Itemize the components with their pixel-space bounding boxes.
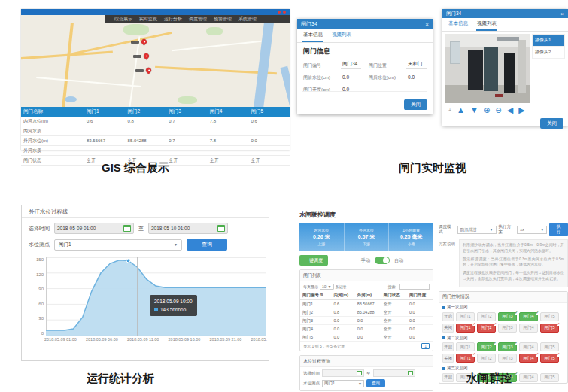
plan-select[interactable]: xx▼ — [517, 226, 547, 234]
zoom-in-icon[interactable]: ⊕ — [484, 107, 490, 114]
gate-chip[interactable]: 闸门3 — [498, 312, 517, 321]
row-label: 内河水位(m) — [21, 117, 84, 126]
user-icon[interactable] — [278, 11, 281, 14]
nav-item-warning[interactable]: 预警管理 — [214, 16, 232, 23]
camera-list-item-2[interactable]: 摄像头2 — [533, 47, 564, 59]
camera-video-feed[interactable] — [445, 34, 530, 103]
gate-location-input[interactable]: 天和门 — [406, 60, 427, 69]
ptz-controls: + ▲ ▼ ⊕ ⊖ ◀ ▶ — [442, 103, 568, 115]
tab-video-list[interactable]: 视频列表 — [331, 29, 352, 42]
chart-plot-area[interactable]: 2018.05.09 10:00 143.566666 — [46, 257, 266, 336]
page-size-select[interactable]: 10▼ — [320, 284, 334, 290]
search-input[interactable] — [399, 284, 430, 290]
zoom-out-icon[interactable]: ⊖ — [495, 107, 501, 114]
pagination-page-1[interactable]: 1 — [421, 343, 430, 349]
camera-list-item-1[interactable]: 摄像头1 — [533, 35, 564, 47]
time-label: 选择时间 — [303, 371, 320, 376]
map-marker-icon[interactable] — [141, 38, 148, 46]
table-row[interactable]: 闸门30.0 0.0全开 0.0 — [300, 317, 433, 325]
gate-chip[interactable]: 闸门4 — [519, 312, 538, 321]
table-row[interactable]: 闸门50.0 0.0全开 0.0 — [300, 333, 433, 342]
point-select[interactable]: 闸门1 ▼ — [54, 239, 182, 251]
close-icon[interactable]: × — [425, 21, 429, 28]
nav-item-dispatch[interactable]: 调度管理 — [189, 16, 207, 23]
dialog-title: 闸门34 — [446, 11, 461, 17]
gate-chip[interactable]: 闸门3 — [498, 324, 517, 333]
execute-button[interactable]: 执行 — [549, 223, 568, 236]
sort-icon[interactable]: ⇅ — [320, 293, 324, 297]
downstream-level-input[interactable]: 0.0 — [406, 74, 427, 81]
gate-chip[interactable]: 闸门2 — [477, 354, 496, 363]
cell — [166, 146, 208, 156]
gate-chip[interactable]: 闸门1 — [456, 342, 475, 351]
batch-3-title: 第三次启闭 — [439, 364, 567, 372]
gate-chip[interactable]: 闸门5 — [540, 312, 559, 321]
caption-group-control: 水闸群控 — [399, 372, 568, 386]
tab-basic-info[interactable]: 基本信息 — [302, 29, 323, 42]
col-opening: 闸门开度 — [407, 291, 433, 300]
gate-chip[interactable]: 闸门3 — [498, 342, 517, 351]
table-row[interactable]: 闸门20.8 85.04288全开 0.0 — [300, 308, 433, 317]
table-row[interactable]: 闸门10.6 83.56667全开 0.0 — [300, 300, 433, 308]
close-icon[interactable]: × — [560, 11, 564, 17]
dialog-titlebar[interactable]: 闸门34 × — [297, 19, 433, 29]
logout-icon[interactable] — [283, 11, 286, 14]
gate-chip[interactable]: 闸门3 — [498, 354, 517, 363]
calendar-icon[interactable] — [357, 371, 362, 375]
gate-chip[interactable]: 闸门4 — [519, 342, 538, 351]
calendar-icon[interactable] — [123, 225, 131, 232]
calendar-icon[interactable] — [217, 225, 225, 232]
gate-id-input[interactable]: 闸门34 — [341, 60, 361, 69]
cell: 0.7 — [166, 136, 208, 146]
gate-chip[interactable]: 闸门2 — [477, 342, 496, 351]
time-label: 选择时间 — [29, 225, 50, 232]
gis-map[interactable] — [21, 23, 290, 107]
col-gate-4: 闸门4 — [208, 107, 249, 117]
page-size-suffix: 条记录 — [336, 284, 347, 289]
nav-item-analysis[interactable]: 运行分析 — [164, 16, 182, 23]
mode-toggle[interactable] — [375, 257, 390, 264]
time-to-input[interactable]: 2018-05-10 01:00 — [148, 223, 228, 234]
gate-chip[interactable]: 闸门5 — [540, 354, 559, 363]
cell — [208, 126, 249, 136]
nav-item-monitor[interactable]: 实时监视 — [139, 16, 157, 23]
nav-item-system[interactable]: 系统管理 — [238, 16, 257, 23]
query-button[interactable]: 查询 — [366, 379, 385, 387]
gate-chip[interactable]: 闸门1 — [456, 312, 475, 321]
time-from-input[interactable] — [322, 369, 364, 377]
map-marker-icon[interactable] — [143, 53, 150, 60]
gate-chip[interactable]: 闸门1 — [456, 324, 475, 333]
ptz-right-icon[interactable]: ▶ — [518, 106, 524, 114]
gate-chip[interactable]: 闸门4 — [519, 324, 538, 333]
ptz-up-icon[interactable]: ▲ — [457, 106, 465, 114]
table-row[interactable]: 闸门40.0 0.0全开 0.0 — [300, 325, 433, 333]
tab-video-list[interactable]: 视频列表 — [476, 18, 497, 31]
ptz-left-icon[interactable]: ◀ — [507, 106, 513, 114]
cell — [248, 146, 290, 156]
point-select[interactable]: 闸门1▼ — [322, 380, 364, 387]
ptz-speed-icon[interactable]: + — [448, 108, 451, 113]
upstream-level-input[interactable]: 0.0 — [341, 74, 361, 81]
sort-col-gate-id[interactable]: 闸门编号 ⇅ — [300, 291, 332, 300]
banner-stat-inner-level: 内河水位 0.26 米 上游 — [299, 223, 345, 251]
close-button[interactable]: 关闭 — [540, 118, 563, 129]
query-button[interactable]: 查询 — [187, 239, 227, 251]
tab-basic-info[interactable]: 基本信息 — [448, 18, 469, 31]
gate-chip[interactable]: 闸门5 — [540, 342, 559, 351]
gate-chip[interactable]: 闸门1 — [456, 354, 475, 363]
gate-chip[interactable]: 闸门4 — [519, 354, 538, 363]
dialog-titlebar[interactable]: 闸门34 × — [442, 9, 568, 18]
record-count-text: 显示 1 到 5，共 5 条记录 — [303, 344, 345, 348]
mode-select[interactable]: 防汛排涝▼ — [457, 226, 497, 234]
nav-item-overview[interactable]: 综合展示 — [114, 16, 132, 23]
ptz-down-icon[interactable]: ▼ — [470, 106, 478, 114]
gate-chip[interactable]: 闸门5 — [540, 324, 559, 333]
col-gate-3: 闸门3 — [166, 107, 208, 117]
col-gate-1: 闸门1 — [84, 107, 126, 117]
one-key-dispatch-button[interactable]: 一键调度 — [299, 255, 328, 266]
map-marker-icon[interactable] — [145, 67, 153, 74]
gate-chip[interactable]: 闸门2 — [477, 324, 496, 333]
close-button[interactable]: 关闭 — [404, 99, 427, 110]
time-from-input[interactable]: 2018-05-09 01:00 — [54, 223, 134, 234]
gate-chip[interactable]: 闸门2 — [477, 312, 496, 321]
